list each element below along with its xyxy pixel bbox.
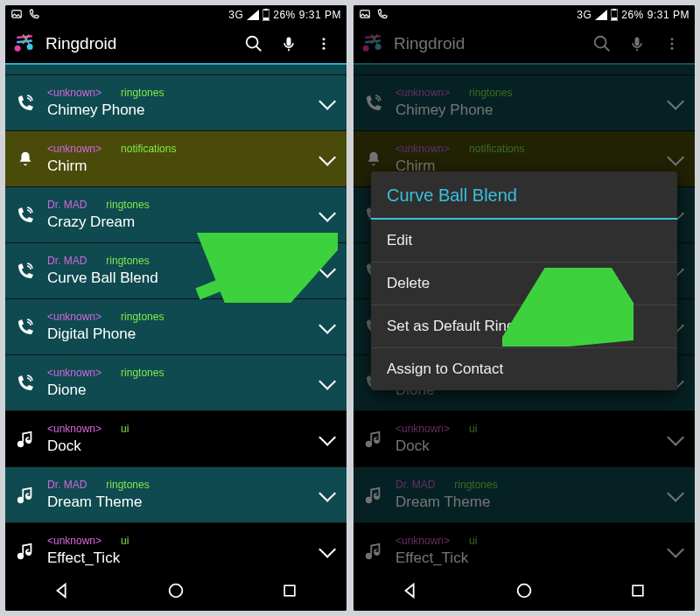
app-bar: Ringdroid: [5, 24, 346, 65]
list-item-text: <unknown>uiDock: [396, 423, 656, 455]
list-item[interactable]: <unknown>notificationsChirm: [5, 131, 346, 187]
chevron-down-icon: [318, 92, 336, 109]
chevron-down-icon: [318, 260, 336, 277]
list-item-title: Dione: [47, 382, 308, 399]
list-item-text: <unknown>ringtonesDione: [47, 367, 308, 399]
svg-point-31: [374, 439, 379, 444]
svg-point-6: [247, 37, 258, 48]
svg-point-30: [367, 442, 371, 446]
list-item-title: Chirm: [47, 158, 308, 175]
phone-call-icon: [12, 370, 38, 396]
list-item[interactable]: <unknown>uiDock: [5, 411, 346, 467]
list-item-title: Dream Theme: [47, 494, 308, 511]
expand-button[interactable]: [308, 187, 343, 243]
svg-point-35: [374, 551, 379, 556]
sound-list[interactable]: <unknown>ringtonesChimey Phone<unknown>n…: [5, 65, 346, 569]
list-item-category: ringtones: [106, 479, 149, 491]
nav-back-button[interactable]: [36, 573, 88, 608]
list-item-category: ui: [469, 423, 477, 435]
list-item-category: ringtones: [121, 87, 164, 99]
search-button[interactable]: [236, 26, 271, 61]
svg-point-16: [26, 551, 31, 556]
overflow-button[interactable]: [654, 26, 690, 61]
expand-button[interactable]: [308, 131, 343, 187]
svg-point-23: [363, 46, 369, 52]
status-bar: 3G 26% 9:31 PM: [354, 5, 695, 24]
voice-button[interactable]: [271, 26, 306, 61]
app-bar: Ringdroid: [354, 24, 695, 65]
list-item[interactable]: <unknown>uiEffect_Tick: [5, 523, 346, 569]
list-item[interactable]: Dr. MADringtonesCrazy Dream: [5, 187, 346, 243]
list-item-category: ringtones: [121, 311, 164, 323]
list-item[interactable]: <unknown>ringtonesDigital Phone: [5, 299, 346, 355]
app-title: Ringdroid: [46, 34, 236, 53]
expand-button[interactable]: [656, 467, 691, 523]
list-item-text: <unknown>notificationsChirm: [47, 143, 308, 175]
menu-item-delete[interactable]: Delete: [371, 262, 677, 305]
list-item-partial[interactable]: [354, 65, 695, 75]
menu-item-edit[interactable]: Edit: [371, 220, 677, 262]
expand-button[interactable]: [656, 411, 691, 467]
svg-point-10: [323, 47, 326, 50]
list-item-title: Effect_Tick: [396, 550, 656, 567]
phone-call-icon: [360, 90, 387, 116]
nav-back-button[interactable]: [384, 573, 437, 608]
list-item[interactable]: Dr. MADringtonesDream Theme: [5, 467, 346, 523]
expand-button[interactable]: [308, 75, 343, 131]
signal-icon: [247, 10, 259, 20]
svg-point-12: [26, 439, 31, 444]
nav-recents-button[interactable]: [263, 573, 316, 608]
list-item-category: ringtones: [454, 479, 497, 491]
nav-home-button[interactable]: [150, 573, 202, 608]
chevron-down-icon: [318, 372, 336, 389]
chevron-down-icon: [667, 428, 684, 445]
list-item-title: Crazy Dream: [47, 214, 308, 231]
battery-label: 26%: [621, 9, 644, 21]
svg-rect-2: [264, 9, 268, 10]
list-item[interactable]: <unknown>uiDock: [354, 411, 695, 467]
list-item-text: <unknown>uiDock: [47, 423, 308, 455]
list-item[interactable]: <unknown>uiEffect_Tick: [354, 523, 695, 569]
menu-item-set-default[interactable]: Set as Default Ringtone: [371, 305, 677, 348]
expand-button[interactable]: [308, 467, 343, 523]
phone-call-icon: [12, 258, 38, 284]
expand-button[interactable]: [308, 523, 343, 570]
phone-left: 3G 26% 9:31 PM Ringdroid <unknown>ringto…: [5, 5, 346, 611]
chevron-down-icon: [318, 204, 336, 221]
expand-button[interactable]: [308, 355, 343, 411]
expand-button[interactable]: [308, 243, 343, 299]
search-button[interactable]: [584, 26, 620, 61]
list-item-partial[interactable]: [5, 65, 346, 75]
list-item[interactable]: <unknown>ringtonesChimey Phone: [354, 75, 695, 131]
list-item[interactable]: <unknown>ringtonesDione: [5, 355, 346, 411]
list-item-category: ui: [121, 535, 129, 547]
nav-home-button[interactable]: [498, 573, 550, 608]
list-item-artist: <unknown>: [47, 423, 102, 435]
menu-item-assign-contact[interactable]: Assign to Contact: [371, 348, 677, 390]
nav-recents-button[interactable]: [612, 573, 664, 608]
chevron-down-icon: [318, 484, 336, 501]
music-icon: [360, 482, 387, 508]
svg-point-33: [374, 495, 379, 500]
list-item-artist: Dr. MAD: [47, 479, 87, 491]
list-item[interactable]: Dr. MADringtonesCurve Ball Blend: [5, 243, 346, 299]
svg-point-8: [323, 38, 326, 40]
list-item[interactable]: Dr. MADringtonesDream Theme: [354, 467, 695, 523]
nav-bar: [354, 570, 695, 611]
list-item-artist: <unknown>: [47, 311, 102, 323]
svg-point-34: [367, 554, 371, 558]
expand-button[interactable]: [656, 523, 691, 570]
list-item-category: notifications: [469, 143, 524, 155]
list-item[interactable]: <unknown>ringtonesChimey Phone: [5, 75, 346, 131]
list-item-artist: Dr. MAD: [47, 255, 87, 267]
list-item-text: <unknown>ringtonesDigital Phone: [47, 311, 308, 343]
list-item-title: Curve Ball Blend: [47, 270, 308, 287]
list-item-title: Dock: [396, 438, 656, 455]
expand-button[interactable]: [656, 75, 691, 131]
overflow-button[interactable]: [306, 26, 341, 61]
expand-button[interactable]: [308, 299, 343, 355]
list-item-category: ringtones: [106, 199, 149, 211]
chevron-down-icon: [318, 428, 336, 445]
voice-button[interactable]: [620, 26, 654, 61]
expand-button[interactable]: [308, 411, 343, 467]
